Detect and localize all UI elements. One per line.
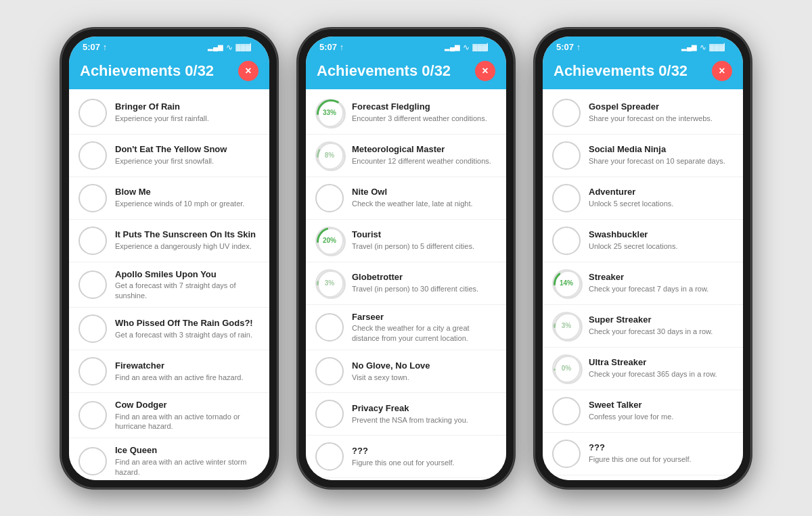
achievement-circle <box>552 397 581 425</box>
phone-1-frame: 5:07 ↑ ▂▄▆ ∿ ▓▓▓▏ Achievements 0/32 × Br… <box>61 28 277 488</box>
achievement-item[interactable]: Collector Download one of my counterpart… <box>543 475 743 480</box>
achievement-item[interactable]: ??? Figure this one out for yourself. <box>543 433 743 475</box>
achievement-item[interactable]: Bringer Of Rain Experience your first ra… <box>69 92 269 135</box>
phone-2-frame: 5:07 ↑ ▂▄▆ ∿ ▓▓▓▏ Achievements 0/32 × 33… <box>298 28 514 488</box>
achievement-desc: Encounter 12 different weather condition… <box>352 156 497 166</box>
achievement-desc: Share your forecast on 10 separate days. <box>589 156 734 166</box>
achievement-item[interactable]: 0% Ultra Streaker Check your forecast 36… <box>543 348 743 390</box>
achievement-text: Gospel Spreader Share your forecast on t… <box>589 101 734 123</box>
achievement-desc: Share your forecast on the interwebs. <box>589 114 734 123</box>
status-icons: ▂▄▆ ∿ ▓▓▓▏ <box>208 43 256 52</box>
achievement-name: Don't Eat The Yellow Snow <box>115 144 260 156</box>
achievement-item[interactable]: Sweet Talker Confess your love for me. <box>543 390 743 433</box>
achievement-desc: Experience your first snowfall. <box>115 156 260 166</box>
achievement-item[interactable]: Social Media Ninja Share your forecast o… <box>543 135 743 177</box>
achievement-circle: 8% <box>315 141 344 170</box>
achievement-text: Who Pissed Off The Rain Gods?! Get a for… <box>115 318 260 339</box>
achievement-name: No Glove, No Love <box>352 360 497 372</box>
achievements-list: Gospel Spreader Share your forecast on t… <box>543 89 743 480</box>
header-title: Achievements 0/32 <box>554 62 687 80</box>
achievement-item[interactable]: It Puts The Sunscreen On Its Skin Experi… <box>69 220 269 262</box>
achievement-item[interactable]: Apollo Smiles Upon You Get a forecast wi… <box>69 262 269 308</box>
achievement-circle: 33% <box>315 99 344 127</box>
achievement-desc: Find an area with an active fire hazard. <box>115 373 260 382</box>
achievement-circle <box>315 184 344 212</box>
achievement-name: Forecast Fledgling <box>352 101 497 113</box>
achievement-text: Ultra Streaker Check your forecast 365 d… <box>589 357 734 379</box>
achievement-item[interactable]: 8% Meteorological Master Encounter 12 di… <box>306 135 506 177</box>
achievements-header: Achievements 0/32 × <box>306 55 506 89</box>
achievements-list: Bringer Of Rain Experience your first ra… <box>69 89 269 480</box>
achievement-name: Farseer <box>352 312 497 323</box>
achievement-circle <box>78 314 107 343</box>
achievement-circle: 0% <box>552 354 581 383</box>
achievement-item[interactable]: Who Pissed Off The Rain Gods?! Get a for… <box>69 308 269 350</box>
achievements-header: Achievements 0/32 × <box>543 55 743 89</box>
phone-2-wrapper: 5:07 ↑ ▂▄▆ ∿ ▓▓▓▏ Achievements 0/32 × 33… <box>298 28 514 488</box>
status-bar: 5:07 ↑ ▂▄▆ ∿ ▓▓▓▏ <box>306 37 506 55</box>
achievement-item[interactable]: Nite Owl Check the weather late, late at… <box>306 177 506 220</box>
achievement-item[interactable]: 20% Tourist Travel (in person) to 5 diff… <box>306 220 506 262</box>
status-bar: 5:07 ↑ ▂▄▆ ∿ ▓▓▓▏ <box>543 37 743 55</box>
close-button[interactable]: × <box>475 61 495 81</box>
achievement-text: Streaker Check your forecast 7 days in a… <box>589 272 734 294</box>
achievement-item[interactable]: Cow Dodger Find an area with an active t… <box>69 393 269 438</box>
achievement-desc: Get a forecast with 7 straight days of s… <box>115 281 260 300</box>
achievement-circle <box>78 447 107 475</box>
achievement-desc: Prevent the NSA from tracking you. <box>352 415 497 425</box>
close-button[interactable]: × <box>238 61 258 81</box>
achievement-desc: Figure this one out for yourself. <box>589 454 734 464</box>
achievement-name: Firewatcher <box>115 360 260 372</box>
achievement-circle <box>315 442 344 471</box>
achievement-item[interactable]: Adventurer Unlock 5 secret locations. <box>543 177 743 220</box>
achievements-list: 33% Forecast Fledgling Encounter 3 diffe… <box>306 89 506 480</box>
status-bar: 5:07 ↑ ▂▄▆ ∿ ▓▓▓▏ <box>69 37 269 55</box>
achievement-text: Tourist Travel (in person) to 5 differen… <box>352 229 497 251</box>
achievement-item[interactable]: 33% Forecast Fledgling Encounter 3 diffe… <box>306 92 506 135</box>
achievement-item[interactable]: 3% Super Streaker Check your forecast 30… <box>543 305 743 348</box>
battery-icon: ▓▓▓▏ <box>472 43 493 51</box>
achievement-name: Bringer Of Rain <box>115 101 260 113</box>
achievement-item[interactable]: Blow Me Experience winds of 10 mph or gr… <box>69 177 269 220</box>
phone-1-screen: 5:07 ↑ ▂▄▆ ∿ ▓▓▓▏ Achievements 0/32 × Br… <box>69 37 269 480</box>
achievement-desc: Unlock 5 secret locations. <box>589 199 734 208</box>
achievement-name: Swashbuckler <box>589 229 734 241</box>
achievement-item[interactable]: Swashbuckler Unlock 25 secret locations. <box>543 220 743 262</box>
achievement-item[interactable]: Firewatcher Find an area with an active … <box>69 350 269 393</box>
battery-icon: ▓▓▓▏ <box>709 43 729 51</box>
achievement-item[interactable]: 3% Globetrotter Travel (in person) to 30… <box>306 262 506 305</box>
achievement-item[interactable]: Don't Eat The Yellow Snow Experience you… <box>69 135 269 177</box>
achievement-item[interactable]: Farseer Check the weather for a city a g… <box>306 305 506 350</box>
achievement-text: Nite Owl Check the weather late, late at… <box>352 187 497 208</box>
achievement-desc: Check your forecast 30 days in a row. <box>589 327 734 336</box>
achievement-text: Globetrotter Travel (in person) to 30 di… <box>352 272 497 294</box>
achievement-desc: Check your forecast 7 days in a row. <box>589 284 734 294</box>
achievement-item[interactable]: ??? Figure this one out for yourself. <box>306 436 506 478</box>
achievement-name: Sweet Talker <box>589 400 734 411</box>
wifi-icon: ∿ <box>226 43 233 52</box>
achievement-item[interactable]: No Glove, No Love Visit a sexy town. <box>306 350 506 393</box>
achievement-text: Meteorological Master Encounter 12 diffe… <box>352 144 497 166</box>
achievement-item[interactable]: Ice Queen Find an area with an active wi… <box>69 438 269 479</box>
achievement-circle: 14% <box>552 269 581 298</box>
achievement-text: Firewatcher Find an area with an active … <box>115 360 260 382</box>
achievement-desc: Experience a dangerously high UV index. <box>115 241 260 251</box>
achievement-text: Privacy Freak Prevent the NSA from track… <box>352 403 497 425</box>
achievement-name: Apollo Smiles Upon You <box>115 269 260 281</box>
achievement-text: ??? Figure this one out for yourself. <box>352 446 497 467</box>
achievement-text: No Glove, No Love Visit a sexy town. <box>352 360 497 382</box>
achievement-name: Social Media Ninja <box>589 144 734 156</box>
achievement-circle <box>78 227 107 255</box>
achievement-item[interactable]: Gospel Spreader Share your forecast on t… <box>543 92 743 135</box>
achievement-item[interactable]: 14% Streaker Check your forecast 7 days … <box>543 262 743 305</box>
achievement-circle <box>315 400 344 428</box>
status-time: 5:07 ↑ <box>83 42 107 52</box>
achievement-name: Ice Queen <box>115 445 260 456</box>
achievement-text: Bringer Of Rain Experience your first ra… <box>115 101 260 123</box>
achievement-item[interactable]: Privacy Freak Prevent the NSA from track… <box>306 393 506 436</box>
achievement-desc: Check the weather for a city a great dis… <box>352 323 497 343</box>
achievement-item[interactable]: Gospel Spreader Share your forecast on t… <box>306 478 506 480</box>
achievement-text: Social Media Ninja Share your forecast o… <box>589 144 734 166</box>
close-button[interactable]: × <box>712 61 732 81</box>
achievement-circle: 3% <box>552 312 581 340</box>
